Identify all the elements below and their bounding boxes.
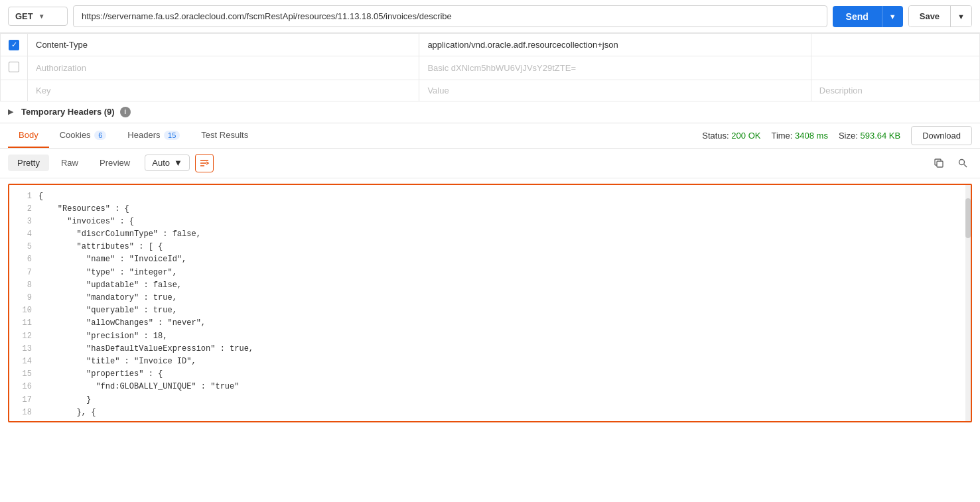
info-icon[interactable]: i xyxy=(120,107,131,117)
view-raw-button[interactable]: Raw xyxy=(52,155,88,171)
copy-icon[interactable] xyxy=(930,154,948,172)
format-label: Auto xyxy=(152,158,170,168)
tab-headers[interactable]: Headers 15 xyxy=(117,123,190,148)
svg-point-4 xyxy=(959,159,965,164)
format-chevron: ▼ xyxy=(174,158,182,168)
download-button[interactable]: Download xyxy=(911,126,972,145)
url-input[interactable] xyxy=(73,5,827,27)
header-2-value: Basic dXNlcm5hbWU6VjJVsY29tZTE= xyxy=(419,56,811,80)
header-row-2: Authorization Basic dXNlcm5hbWU6VjJVsY29… xyxy=(1,56,980,80)
top-bar: GET ▼ Send ▼ Save ▼ xyxy=(0,0,980,33)
tab-test-results[interactable]: Test Results xyxy=(190,123,259,148)
header-row-1: ✓ Content-Type application/vnd.oracle.ad… xyxy=(1,34,980,56)
scrollbar-thumb[interactable] xyxy=(965,198,971,238)
save-button[interactable]: Save xyxy=(909,6,950,27)
wrap-icon[interactable] xyxy=(195,154,214,172)
svg-line-5 xyxy=(964,164,967,167)
search-icon[interactable] xyxy=(953,154,972,172)
send-button[interactable]: Send xyxy=(833,6,882,27)
header-2-key: Authorization xyxy=(28,56,419,80)
header-1-checkbox[interactable]: ✓ xyxy=(9,40,19,50)
cookies-badge: 6 xyxy=(94,131,106,140)
status-value: 200 OK xyxy=(731,131,760,141)
value-placeholder: Value xyxy=(419,80,811,101)
toolbar-right xyxy=(930,154,972,172)
resp-status-area: Status: 200 OK Time: 3408 ms Size: 593.6… xyxy=(702,126,972,145)
tab-body[interactable]: Body xyxy=(8,123,49,148)
header-2-desc xyxy=(811,56,979,80)
save-btn-group: Save ▼ xyxy=(908,5,972,27)
method-chevron: ▼ xyxy=(38,13,45,20)
svg-rect-3 xyxy=(937,161,943,167)
temp-headers-row: ▶ Temporary Headers (9) i xyxy=(0,101,980,123)
headers-table: ✓ Content-Type application/vnd.oracle.ad… xyxy=(0,33,980,101)
save-dropdown-button[interactable]: ▼ xyxy=(950,6,971,27)
time-label: Time: 3408 ms xyxy=(771,131,828,141)
time-value: 3408 ms xyxy=(795,131,828,141)
method-select[interactable]: GET ▼ xyxy=(8,7,68,26)
body-toolbar: Pretty Raw Preview Auto ▼ xyxy=(0,149,980,178)
header-row-placeholder: Key Value Description xyxy=(1,80,980,101)
send-dropdown-button[interactable]: ▼ xyxy=(882,6,903,27)
method-label: GET xyxy=(15,11,33,21)
header-2-checkbox[interactable] xyxy=(9,62,19,72)
response-tabs: Body Cookies 6 Headers 15 Test Results S… xyxy=(0,123,980,149)
header-1-key: Content-Type xyxy=(28,34,419,56)
header-1-desc xyxy=(811,34,979,56)
code-container: 12345 678910 1112131415 161718 { "Resour… xyxy=(8,184,972,422)
desc-placeholder: Description xyxy=(811,80,979,101)
scrollbar-track xyxy=(965,185,971,421)
status-label: Status: 200 OK xyxy=(702,131,760,141)
send-btn-group: Send ▼ xyxy=(833,6,903,27)
tab-cookies[interactable]: Cookies 6 xyxy=(49,123,117,148)
size-value: 593.64 KB xyxy=(860,131,900,141)
temp-headers-label: Temporary Headers (9) xyxy=(21,107,115,117)
key-placeholder: Key xyxy=(28,80,419,101)
size-label: Size: 593.64 KB xyxy=(839,131,900,141)
line-numbers: 12345 678910 1112131415 161718 xyxy=(9,185,36,421)
header-1-value: application/vnd.oracle.adf.resourcecolle… xyxy=(419,34,811,56)
code-content[interactable]: { "Resources" : { "invoices" : { "discrC… xyxy=(36,185,965,421)
view-pretty-button[interactable]: Pretty xyxy=(8,155,49,171)
temp-headers-chevron[interactable]: ▶ xyxy=(8,107,13,116)
headers-badge: 15 xyxy=(164,131,180,140)
format-select[interactable]: Auto ▼ xyxy=(145,155,190,171)
view-preview-button[interactable]: Preview xyxy=(90,155,139,171)
